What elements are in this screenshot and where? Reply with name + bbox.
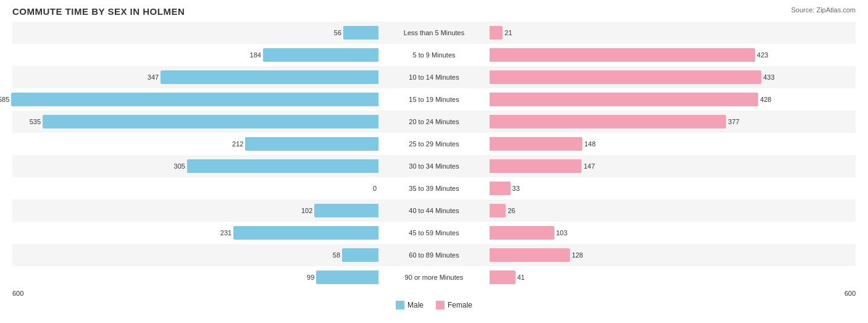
male-bar (161, 70, 378, 84)
female-bar (490, 182, 511, 195)
left-bar-area: 535 (12, 111, 378, 133)
left-bar-area: 212 (12, 133, 378, 155)
right-bar-area: 428 (490, 88, 856, 111)
axis-left: 600 (12, 290, 23, 297)
female-value: 423 (757, 51, 768, 59)
chart-title: COMMUTE TIME BY SEX IN HOLMEN (12, 6, 856, 17)
row-label: 15 to 19 Minutes (378, 96, 490, 103)
male-bar (11, 93, 378, 106)
chart-row: 53520 to 24 Minutes377 (12, 111, 856, 133)
left-bar-area: 347 (12, 66, 378, 88)
chart-container: COMMUTE TIME BY SEX IN HOLMEN Source: Zi… (0, 0, 868, 323)
female-bar (490, 115, 726, 128)
left-bar-area: 58 (12, 244, 378, 266)
row-label: 30 to 34 Minutes (378, 162, 490, 170)
male-value: 58 (333, 251, 340, 259)
female-value: 147 (583, 162, 595, 170)
female-value: 428 (760, 96, 771, 103)
male-value: 535 (30, 118, 41, 125)
left-bar-area: 585 (12, 88, 378, 111)
female-bar (490, 26, 503, 40)
legend-female-label: Female (448, 301, 472, 309)
row-label: 45 to 59 Minutes (378, 229, 490, 237)
female-value: 21 (504, 29, 512, 36)
male-value: 347 (148, 73, 159, 81)
left-bar-area: 184 (12, 44, 378, 66)
chart-row: 30530 to 34 Minutes147 (12, 155, 856, 177)
row-label: 60 to 89 Minutes (378, 251, 490, 259)
male-value: 184 (250, 51, 261, 59)
female-bar (490, 70, 761, 84)
right-bar-area: 103 (490, 222, 856, 244)
female-value: 103 (556, 229, 567, 237)
male-bar (233, 226, 378, 240)
right-bar-area: 21 (490, 22, 856, 44)
male-value: 231 (220, 229, 232, 237)
female-bar (490, 271, 515, 284)
left-bar-area: 56 (12, 22, 378, 44)
chart-row: 1845 to 9 Minutes423 (12, 44, 856, 66)
male-bar (316, 271, 378, 284)
left-bar-area: 231 (12, 222, 378, 244)
legend-female: Female (436, 301, 472, 309)
female-bar (490, 93, 758, 106)
female-bar (490, 137, 582, 151)
male-bar (343, 26, 378, 40)
female-bar (490, 159, 582, 173)
right-bar-area: 423 (490, 44, 856, 66)
female-value: 33 (512, 185, 520, 192)
legend: Male Female (12, 301, 856, 309)
female-bar (490, 48, 755, 62)
male-value: 212 (232, 140, 243, 148)
legend-male-label: Male (407, 301, 424, 309)
row-label: 35 to 39 Minutes (378, 185, 490, 192)
chart-row: 34710 to 14 Minutes433 (12, 66, 856, 88)
male-color-box (396, 301, 404, 309)
female-bar (490, 226, 554, 240)
female-bar (490, 248, 570, 262)
female-value: 377 (728, 118, 739, 125)
female-value: 148 (584, 140, 595, 148)
male-value: 99 (307, 274, 314, 281)
right-bar-area: 433 (490, 66, 856, 88)
chart-main: 56Less than 5 Minutes211845 to 9 Minutes… (12, 22, 856, 309)
chart-row: 9990 or more Minutes41 (12, 266, 856, 288)
row-label: 20 to 24 Minutes (378, 118, 490, 125)
male-value: 0 (373, 185, 377, 192)
male-value: 102 (301, 207, 312, 214)
male-bar (314, 204, 378, 217)
legend-male: Male (396, 301, 424, 309)
chart-row: 21225 to 29 Minutes148 (12, 133, 856, 155)
right-bar-area: 26 (490, 199, 856, 222)
male-value: 56 (334, 29, 341, 36)
male-bar (342, 248, 378, 262)
row-label: 90 or more Minutes (378, 274, 490, 281)
male-value: 585 (0, 96, 9, 103)
left-bar-area: 0 (12, 177, 378, 199)
right-bar-area: 147 (490, 155, 856, 177)
chart-body: 56Less than 5 Minutes211845 to 9 Minutes… (12, 22, 856, 288)
male-bar (263, 48, 378, 62)
right-bar-area: 128 (490, 244, 856, 266)
chart-row: 56Less than 5 Minutes21 (12, 22, 856, 44)
female-bar (490, 204, 506, 217)
row-label: 40 to 44 Minutes (378, 207, 490, 214)
male-bar (43, 115, 378, 128)
right-bar-area: 148 (490, 133, 856, 155)
female-value: 26 (507, 207, 515, 214)
female-value: 433 (763, 73, 774, 81)
left-bar-area: 102 (12, 199, 378, 222)
left-bar-area: 99 (12, 266, 378, 288)
axis-labels: 600 600 (12, 290, 856, 297)
male-bar (187, 159, 378, 173)
right-bar-area: 33 (490, 177, 856, 199)
row-label: 5 to 9 Minutes (378, 51, 490, 59)
chart-row: 5860 to 89 Minutes128 (12, 244, 856, 266)
row-label: Less than 5 Minutes (378, 29, 490, 36)
chart-row: 10240 to 44 Minutes26 (12, 199, 856, 222)
female-value: 41 (517, 274, 525, 281)
female-value: 128 (572, 251, 583, 259)
left-bar-area: 305 (12, 155, 378, 177)
right-bar-area: 377 (490, 111, 856, 133)
axis-right: 600 (845, 290, 856, 297)
